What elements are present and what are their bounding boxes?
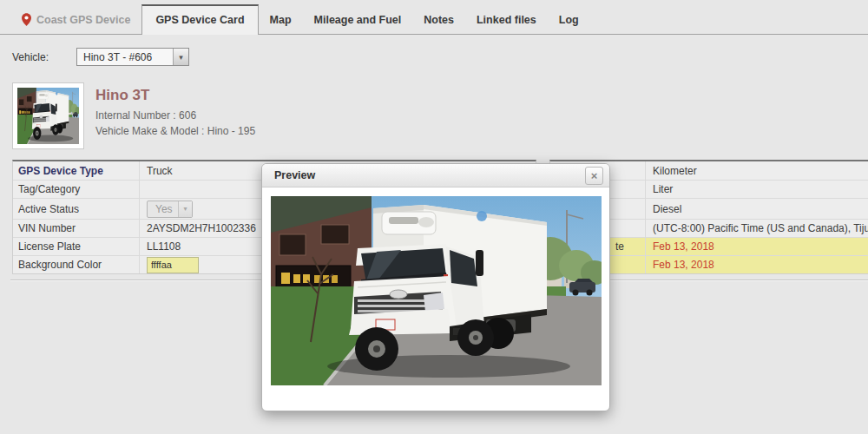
tab-label: GPS Device Card bbox=[155, 14, 244, 26]
vehicle-thumbnail-image bbox=[17, 88, 79, 144]
preview-dialog: Preview × bbox=[261, 163, 610, 411]
row-label: Tag/Category bbox=[13, 181, 140, 198]
row-value: Kilometer bbox=[646, 161, 868, 180]
tab-mileage-and-fuel[interactable]: Mileage and Fuel bbox=[303, 6, 413, 34]
active-status-select[interactable]: Yes ▾ bbox=[147, 201, 193, 218]
vehicle-make-model: Vehicle Make & Model : Hino - 195 bbox=[95, 125, 255, 137]
row-value: Feb 13, 2018 bbox=[646, 256, 868, 273]
vehicle-internal-number: Internal Number : 606 bbox=[95, 109, 196, 122]
tab-label: Mileage and Fuel bbox=[314, 14, 402, 26]
tab-bar: Coast GPS Device GPS Device Card Map Mil… bbox=[0, 0, 868, 35]
vehicle-select-value: Hino 3T - #606 bbox=[83, 51, 152, 63]
vehicle-preview-photo bbox=[271, 196, 602, 385]
row-label: GPS Device Type bbox=[13, 161, 140, 180]
row-value: Liter bbox=[646, 181, 868, 198]
preview-dialog-titlebar[interactable]: Preview × bbox=[262, 164, 609, 187]
chevron-down-icon[interactable]: ▾ bbox=[173, 49, 188, 65]
active-status-value: Yes bbox=[155, 203, 173, 215]
tab-gps-device-card[interactable]: GPS Device Card bbox=[141, 4, 258, 35]
tab-map[interactable]: Map bbox=[259, 6, 303, 34]
tab-log[interactable]: Log bbox=[548, 6, 590, 34]
background-color-input[interactable] bbox=[147, 257, 199, 273]
row-label: Active Status bbox=[13, 199, 140, 219]
chevron-down-icon: ▾ bbox=[178, 201, 192, 217]
row-label: License Plate bbox=[13, 238, 140, 255]
tab-label: Coast GPS Device bbox=[36, 14, 130, 26]
row-value: Feb 13, 2018 bbox=[646, 238, 868, 255]
row-value: Diesel bbox=[646, 199, 868, 219]
row-label: Background Color bbox=[13, 256, 140, 273]
row-value: (UTC-8:00) Pacific Time (US and Canada),… bbox=[646, 220, 868, 237]
vehicle-thumbnail[interactable] bbox=[12, 82, 84, 149]
map-pin-icon bbox=[22, 13, 31, 26]
tab-notes[interactable]: Notes bbox=[412, 6, 465, 34]
tab-coast-gps-device[interactable]: Coast GPS Device bbox=[10, 5, 141, 34]
tab-linked-files[interactable]: Linked files bbox=[465, 6, 548, 34]
vehicle-select[interactable]: Hino 3T - #606 ▾ bbox=[76, 48, 189, 66]
tab-label: Linked files bbox=[477, 14, 536, 26]
preview-dialog-title: Preview bbox=[274, 169, 585, 181]
tab-label: Log bbox=[559, 14, 579, 26]
vehicle-title: Hino 3T bbox=[95, 87, 149, 104]
close-icon[interactable]: × bbox=[585, 167, 603, 185]
row-label: VIN Number bbox=[13, 220, 140, 237]
vehicle-label: Vehicle: bbox=[12, 51, 76, 63]
tab-label: Notes bbox=[424, 14, 454, 26]
vehicle-selector-row: Vehicle: Hino 3T - #606 ▾ bbox=[12, 48, 189, 66]
tab-label: Map bbox=[270, 14, 292, 26]
